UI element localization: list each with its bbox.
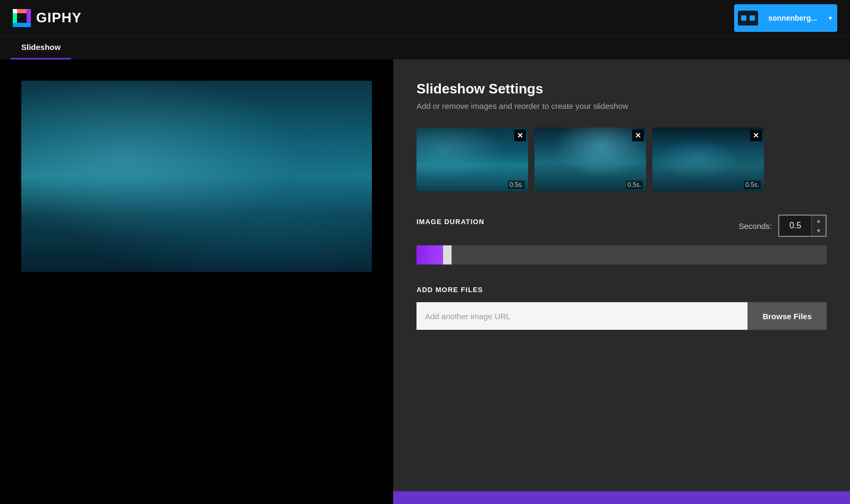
- duration-slider[interactable]: [416, 245, 827, 264]
- thumbnail-1: ✕ 0.5s.: [416, 127, 528, 191]
- seconds-input-wrap: ▲ ▼: [778, 215, 827, 237]
- thumb-2-duration: 0.5s.: [626, 181, 643, 189]
- header: GIPHY sonnenberg... ▾: [0, 0, 850, 36]
- remove-thumb-3-button[interactable]: ✕: [750, 130, 762, 141]
- logo-text: GIPHY: [36, 10, 82, 26]
- tab-slideshow[interactable]: Slideshow: [11, 36, 71, 59]
- svg-rect-3: [13, 23, 31, 27]
- giphy-logo-icon: [13, 9, 31, 27]
- thumbnail-2: ✕ 0.5s.: [534, 127, 646, 191]
- browse-files-button[interactable]: Browse Files: [747, 302, 827, 330]
- seconds-input[interactable]: [779, 216, 811, 236]
- thumbnail-3: ✕ 0.5s.: [652, 127, 764, 191]
- continue-button-wrap: Continue to Decorate: [393, 491, 850, 504]
- tab-bar: Slideshow: [0, 36, 850, 59]
- decrement-seconds-button[interactable]: ▼: [812, 226, 826, 236]
- slider-thumb[interactable]: [443, 245, 452, 264]
- image-url-input[interactable]: [416, 302, 747, 330]
- avatar-eye-right: [750, 15, 755, 21]
- settings-title: Slideshow Settings: [416, 81, 827, 97]
- image-duration-label: IMAGE DURATION: [416, 218, 484, 226]
- user-name: sonnenberg...: [762, 14, 823, 22]
- wave-preview: [21, 81, 372, 272]
- seconds-label: Seconds:: [738, 221, 772, 230]
- logo: GIPHY: [13, 9, 82, 27]
- increment-seconds-button[interactable]: ▲: [812, 216, 826, 226]
- thumbnails-row: ✕ 0.5s. ✕ 0.5s. ✕ 0.5s.: [416, 127, 827, 191]
- continue-to-decorate-button[interactable]: Continue to Decorate: [393, 491, 850, 504]
- user-avatar: [734, 4, 762, 32]
- add-more-label: ADD MORE FILES: [416, 286, 827, 294]
- main-content: Slideshow Settings Add or remove images …: [0, 59, 850, 504]
- image-duration-row: IMAGE DURATION Seconds: ▲ ▼: [416, 215, 827, 237]
- remove-thumb-2-button[interactable]: ✕: [632, 130, 644, 141]
- dropdown-arrow-icon: ▾: [823, 14, 837, 22]
- preview-panel: [0, 59, 393, 504]
- avatar-eye-left: [741, 15, 746, 21]
- remove-thumb-1-button[interactable]: ✕: [514, 130, 526, 141]
- svg-rect-4: [13, 9, 17, 13]
- thumb-1-duration: 0.5s.: [508, 181, 525, 189]
- preview-image: [21, 81, 372, 272]
- add-files-row: Browse Files: [416, 302, 827, 330]
- user-menu[interactable]: sonnenberg... ▾: [734, 4, 837, 32]
- thumb-3-duration: 0.5s.: [744, 181, 761, 189]
- avatar-inner: [738, 11, 758, 25]
- seconds-control: Seconds: ▲ ▼: [738, 215, 827, 237]
- add-more-files-section: ADD MORE FILES Browse Files: [416, 286, 827, 330]
- settings-panel: Slideshow Settings Add or remove images …: [393, 59, 850, 504]
- stepper-buttons: ▲ ▼: [811, 216, 826, 236]
- slider-fill: [416, 245, 446, 264]
- settings-subtitle: Add or remove images and reorder to crea…: [416, 101, 827, 110]
